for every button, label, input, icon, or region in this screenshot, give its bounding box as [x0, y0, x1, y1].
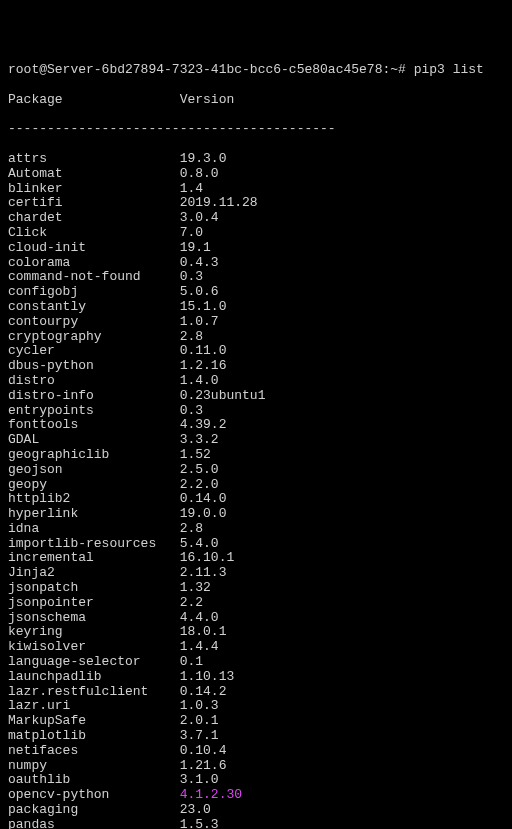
- package-list: attrs19.3.0Automat0.8.0blinker1.4certifi…: [8, 152, 504, 829]
- table-row: jsonschema4.4.0: [8, 611, 504, 626]
- table-row: oauthlib3.1.0: [8, 773, 504, 788]
- package-name-cell: oauthlib: [8, 773, 180, 788]
- package-name-cell: cycler: [8, 344, 180, 359]
- package-version-cell: 2.0.1: [180, 714, 219, 729]
- package-name-cell: importlib-resources: [8, 537, 180, 552]
- package-name-cell: geojson: [8, 463, 180, 478]
- table-row: configobj5.0.6: [8, 285, 504, 300]
- table-row: lazr.uri1.0.3: [8, 699, 504, 714]
- package-name-cell: distro-info: [8, 389, 180, 404]
- package-name-cell: Jinja2: [8, 566, 180, 581]
- package-name-cell: cryptography: [8, 330, 180, 345]
- package-name-cell: distro: [8, 374, 180, 389]
- package-name-cell: attrs: [8, 152, 180, 167]
- package-name-cell: kiwisolver: [8, 640, 180, 655]
- divider-col2: --------------------: [180, 122, 336, 137]
- table-row: language-selector0.1: [8, 655, 504, 670]
- table-row: dbus-python1.2.16: [8, 359, 504, 374]
- package-version-cell: 2.2.0: [180, 478, 219, 493]
- table-row: geopy2.2.0: [8, 478, 504, 493]
- table-row: Click7.0: [8, 226, 504, 241]
- table-row: Automat0.8.0: [8, 167, 504, 182]
- table-divider-row: ----------------------------------------…: [8, 122, 504, 137]
- table-row: importlib-resources5.4.0: [8, 537, 504, 552]
- package-version-cell: 2019.11.28: [180, 196, 258, 211]
- package-name-cell: cloud-init: [8, 241, 180, 256]
- package-name-cell: numpy: [8, 759, 180, 774]
- package-version-cell: 0.23ubuntu1: [180, 389, 266, 404]
- package-version-cell: 0.11.0: [180, 344, 227, 359]
- package-name-cell: jsonpointer: [8, 596, 180, 611]
- package-version-cell: 1.4: [180, 182, 203, 197]
- package-name-cell: blinker: [8, 182, 180, 197]
- package-version-cell: 1.5.3: [180, 818, 219, 829]
- package-version-cell: 16.10.1: [180, 551, 235, 566]
- package-version-cell: 4.4.0: [180, 611, 219, 626]
- table-row: geographiclib1.52: [8, 448, 504, 463]
- table-row: command-not-found0.3: [8, 270, 504, 285]
- package-version-cell: 19.3.0: [180, 152, 227, 167]
- package-name-cell: opencv-python: [8, 788, 180, 803]
- package-version-cell: 2.2: [180, 596, 203, 611]
- package-name-cell: dbus-python: [8, 359, 180, 374]
- package-name-cell: packaging: [8, 803, 180, 818]
- package-version-cell: 1.0.7: [180, 315, 219, 330]
- package-version-cell: 0.4.3: [180, 256, 219, 271]
- package-version-cell: 1.52: [180, 448, 211, 463]
- package-version-cell: 23.0: [180, 803, 211, 818]
- table-row: geojson2.5.0: [8, 463, 504, 478]
- package-version-cell: 2.11.3: [180, 566, 227, 581]
- table-row: cryptography2.8: [8, 330, 504, 345]
- package-version-cell: 2.5.0: [180, 463, 219, 478]
- package-version-cell: 1.32: [180, 581, 211, 596]
- table-header-row: PackageVersion: [8, 93, 504, 108]
- package-version-cell: 3.7.1: [180, 729, 219, 744]
- package-name-cell: fonttools: [8, 418, 180, 433]
- package-name-cell: contourpy: [8, 315, 180, 330]
- table-row: attrs19.3.0: [8, 152, 504, 167]
- table-row: colorama0.4.3: [8, 256, 504, 271]
- package-name-cell: certifi: [8, 196, 180, 211]
- package-name-cell: jsonschema: [8, 611, 180, 626]
- package-name-cell: Click: [8, 226, 180, 241]
- package-name-cell: chardet: [8, 211, 180, 226]
- package-version-cell: 0.8.0: [180, 167, 219, 182]
- table-row: distro1.4.0: [8, 374, 504, 389]
- package-name-cell: pandas: [8, 818, 180, 829]
- header-package: Package: [8, 93, 180, 108]
- divider-col1: ----------------------: [8, 122, 180, 137]
- package-version-cell: 0.3: [180, 404, 203, 419]
- package-name-cell: colorama: [8, 256, 180, 271]
- package-version-cell: 1.4.0: [180, 374, 219, 389]
- table-row: incremental16.10.1: [8, 551, 504, 566]
- package-name-cell: constantly: [8, 300, 180, 315]
- package-version-cell: 1.21.6: [180, 759, 227, 774]
- package-version-cell: 5.4.0: [180, 537, 219, 552]
- package-name-cell: geopy: [8, 478, 180, 493]
- package-name-cell: lazr.restfulclient: [8, 685, 180, 700]
- package-version-cell: 7.0: [180, 226, 203, 241]
- package-name-cell: GDAL: [8, 433, 180, 448]
- table-row: jsonpointer2.2: [8, 596, 504, 611]
- table-row: MarkupSafe2.0.1: [8, 714, 504, 729]
- terminal-prompt-line: root@Server-6bd27894-7323-41bc-bcc6-c5e8…: [8, 63, 504, 78]
- package-version-cell: 2.8: [180, 330, 203, 345]
- package-version-cell: 1.4.4: [180, 640, 219, 655]
- package-name-cell: keyring: [8, 625, 180, 640]
- table-row: distro-info0.23ubuntu1: [8, 389, 504, 404]
- table-row: matplotlib3.7.1: [8, 729, 504, 744]
- package-name-cell: hyperlink: [8, 507, 180, 522]
- table-row: packaging23.0: [8, 803, 504, 818]
- package-name-cell: httplib2: [8, 492, 180, 507]
- table-row: contourpy1.0.7: [8, 315, 504, 330]
- package-name-cell: geographiclib: [8, 448, 180, 463]
- package-version-cell: 0.1: [180, 655, 203, 670]
- package-name-cell: entrypoints: [8, 404, 180, 419]
- package-name-cell: MarkupSafe: [8, 714, 180, 729]
- table-row: jsonpatch1.32: [8, 581, 504, 596]
- prompt-text: root@Server-6bd27894-7323-41bc-bcc6-c5e8…: [8, 62, 484, 77]
- table-row: cloud-init19.1: [8, 241, 504, 256]
- package-version-cell: 0.14.0: [180, 492, 227, 507]
- package-version-cell: 2.8: [180, 522, 203, 537]
- table-row: opencv-python4.1.2.30: [8, 788, 504, 803]
